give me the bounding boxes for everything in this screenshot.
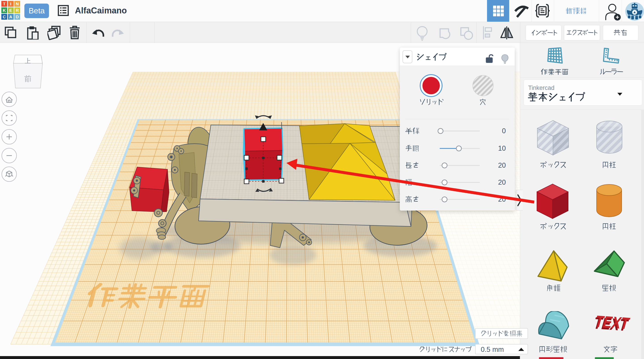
svg-text:TEXT: TEXT (593, 312, 632, 332)
